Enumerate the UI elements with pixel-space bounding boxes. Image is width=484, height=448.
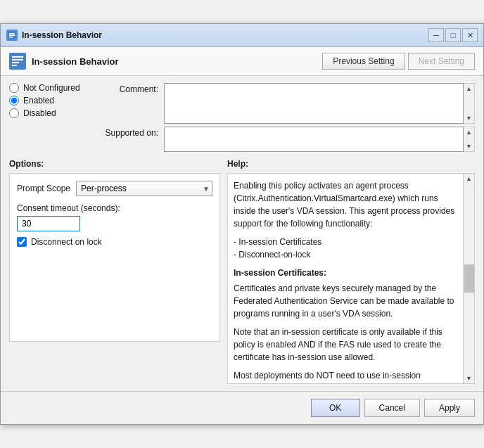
supported-scrollbar: ▲ ▼ xyxy=(464,127,475,152)
prev-setting-button[interactable]: Previous Setting xyxy=(322,53,405,70)
help-scroll-thumb[interactable] xyxy=(464,264,474,293)
comment-scrollbar: ▲ ▼ xyxy=(464,83,475,124)
help-title: Help: xyxy=(227,159,475,169)
supported-box xyxy=(164,127,464,152)
help-para-3: In-session Certificates: xyxy=(234,267,457,279)
help-scrollbar: ▲ ▼ xyxy=(463,174,474,383)
apply-button[interactable]: Apply xyxy=(424,399,475,417)
two-column-section: Options: Prompt Scope Per-process Per-se… xyxy=(9,159,475,384)
prompt-scope-select-wrapper: Per-process Per-session Disabled ▼ xyxy=(76,181,212,196)
header-bar: In-session Behavior Previous Setting Nex… xyxy=(1,47,483,76)
help-para-2: - In-session Certificates - Disconnect-o… xyxy=(234,236,457,261)
svg-rect-4 xyxy=(9,53,26,70)
prompt-scope-row: Prompt Scope Per-process Per-session Dis… xyxy=(17,181,212,196)
cancel-button[interactable]: Cancel xyxy=(364,399,420,417)
right-form: Comment: ▲ ▼ Supported on: xyxy=(90,83,475,156)
radio-disabled-label: Disabled xyxy=(23,108,56,118)
help-para-4: Certificates and private keys securely m… xyxy=(234,282,457,320)
svg-rect-5 xyxy=(12,56,23,58)
supported-scroll-down-icon[interactable]: ▼ xyxy=(464,141,473,151)
disconnect-on-lock-row[interactable]: Disconnect on lock xyxy=(17,237,212,247)
radio-enabled[interactable]: Enabled xyxy=(9,96,83,105)
prompt-scope-select[interactable]: Per-process Per-session Disabled xyxy=(76,181,212,196)
radio-not-configured[interactable]: Not Configured xyxy=(9,83,83,93)
svg-rect-1 xyxy=(9,33,15,34)
help-text-content: Enabling this policy activates an agent … xyxy=(228,174,463,383)
options-title: Options: xyxy=(9,159,220,169)
radio-group: Not Configured Enabled Disabled xyxy=(9,83,83,151)
scroll-down-icon[interactable]: ▼ xyxy=(464,113,473,123)
next-setting-button[interactable]: Next Setting xyxy=(408,53,475,70)
header-policy-icon xyxy=(9,53,26,70)
help-scroll-down-icon[interactable]: ▼ xyxy=(464,373,473,383)
options-box: Prompt Scope Per-process Per-session Dis… xyxy=(9,173,220,342)
help-para-1: Enabling this policy activates an agent … xyxy=(234,179,457,230)
prompt-scope-label: Prompt Scope xyxy=(17,184,70,193)
footer: OK Cancel Apply xyxy=(1,391,483,424)
maximize-button[interactable]: □ xyxy=(445,28,461,42)
header-left: In-session Behavior xyxy=(9,53,119,70)
title-bar: In-session Behavior ─ □ ✕ xyxy=(1,24,483,47)
help-column: Help: Enabling this policy activates an … xyxy=(227,159,475,384)
svg-rect-3 xyxy=(9,37,13,38)
content-area: Not Configured Enabled Disabled Comment: xyxy=(1,76,483,391)
help-box: Enabling this policy activates an agent … xyxy=(227,173,475,384)
nav-buttons: Previous Setting Next Setting xyxy=(322,53,475,70)
radio-not-configured-input[interactable] xyxy=(9,83,19,93)
consent-timeout-label: Consent timeout (seconds): xyxy=(17,203,212,213)
help-scroll-up-icon[interactable]: ▲ xyxy=(464,174,473,184)
main-window: In-session Behavior ─ □ ✕ In-session Beh… xyxy=(0,23,484,425)
supported-row: Supported on: ▲ ▼ xyxy=(90,127,475,152)
radio-enabled-input[interactable] xyxy=(9,96,19,105)
radio-not-configured-label: Not Configured xyxy=(23,83,80,93)
window-icon xyxy=(6,30,18,41)
close-button[interactable]: ✕ xyxy=(462,28,478,42)
consent-timeout-section: Consent timeout (seconds): 30 xyxy=(17,203,212,231)
supported-label: Supported on: xyxy=(90,127,164,152)
supported-scroll-up-icon[interactable]: ▲ xyxy=(464,127,473,137)
header-title: In-session Behavior xyxy=(32,56,119,67)
consent-timeout-input[interactable]: 30 xyxy=(17,216,80,231)
svg-rect-2 xyxy=(9,35,15,37)
comment-textarea-wrapper: ▲ ▼ xyxy=(164,83,475,124)
radio-disabled-input[interactable] xyxy=(9,108,19,118)
svg-rect-8 xyxy=(12,65,17,66)
radio-enabled-label: Enabled xyxy=(23,96,54,105)
comment-textarea[interactable] xyxy=(164,83,464,124)
help-para-6: Most deployments do NOT need to use in-s… xyxy=(234,369,457,383)
scroll-up-icon[interactable]: ▲ xyxy=(464,84,473,94)
help-para-5: Note that an in-session certificate is o… xyxy=(234,326,457,364)
supported-box-wrapper: ▲ ▼ xyxy=(164,127,475,152)
comment-label: Comment: xyxy=(90,83,164,124)
disconnect-on-lock-checkbox[interactable] xyxy=(17,237,27,247)
disconnect-on-lock-label: Disconnect on lock xyxy=(31,237,102,247)
options-column: Options: Prompt Scope Per-process Per-se… xyxy=(9,159,220,384)
svg-rect-7 xyxy=(12,62,19,63)
svg-rect-6 xyxy=(12,59,23,60)
comment-row: Comment: ▲ ▼ xyxy=(90,83,475,124)
title-bar-left: In-session Behavior xyxy=(6,30,102,41)
title-controls: ─ □ ✕ xyxy=(428,28,478,42)
window-title: In-session Behavior xyxy=(22,30,102,40)
minimize-button[interactable]: ─ xyxy=(428,28,444,42)
radio-disabled[interactable]: Disabled xyxy=(9,108,83,118)
ok-button[interactable]: OK xyxy=(311,399,360,417)
